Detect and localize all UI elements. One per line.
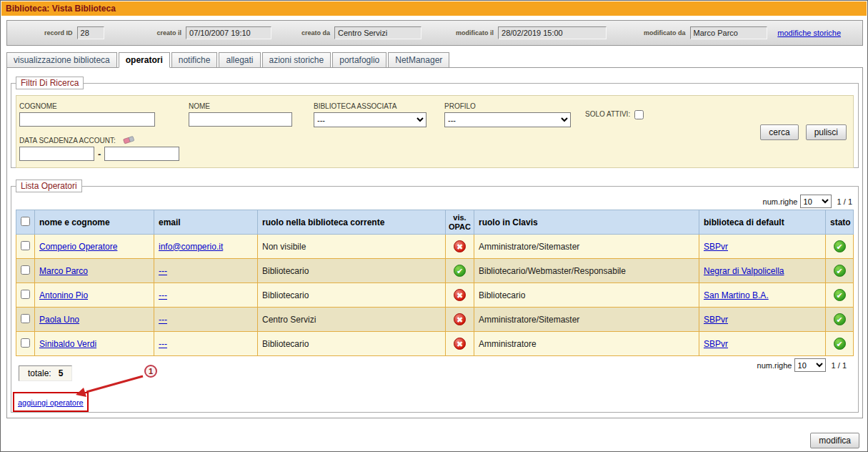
pulisci-button[interactable]: pulisci: [806, 124, 847, 140]
operator-role-current: Bibliotecario: [258, 332, 446, 356]
content-area: Filtri Di Ricerca COGNOME NOME BIBLIOTEC…: [6, 67, 863, 418]
nome-input[interactable]: [189, 112, 292, 127]
data-scadenza-to-input[interactable]: [104, 147, 179, 161]
opac-not-visible-icon: ✖: [454, 289, 466, 301]
modifiche-storiche-link[interactable]: modifiche storiche: [777, 29, 841, 37]
operator-row: Marco Parco---Bibliotecario✔Bibliotecari…: [16, 259, 854, 283]
operator-role-clavis: Amministratore/Sitemaster: [474, 308, 699, 332]
default-library-link[interactable]: SBPvr: [704, 315, 728, 325]
operator-name-link[interactable]: Marco Parco: [39, 266, 88, 276]
operators-header-row: nome e cognome email ruolo nella bibliot…: [16, 210, 854, 235]
record-field: modificato daMarco Parco: [644, 26, 767, 39]
record-field-value: Centro Servizi: [334, 26, 421, 39]
status-active-icon: ✔: [834, 313, 846, 325]
default-library-link[interactable]: SBPvr: [704, 242, 728, 252]
opac-not-visible-icon: ✖: [454, 338, 466, 350]
record-field: creato daCentro Servizi: [301, 26, 421, 39]
operator-name-link[interactable]: Antonino Pio: [39, 290, 88, 300]
biblioteca-associata-field: BIBLIOTECA ASSOCIATA ---: [314, 102, 426, 127]
tab-azioni-storiche[interactable]: azioni storiche: [262, 52, 331, 68]
page-indicator-bottom: 1 / 1: [832, 361, 847, 370]
default-library-link[interactable]: Negrar di Valpolicella: [704, 266, 784, 276]
tab-operatori[interactable]: operatori: [119, 52, 170, 68]
cognome-field: COGNOME: [19, 102, 155, 127]
opac-not-visible-icon: ✖: [454, 240, 466, 252]
profilo-select[interactable]: ---: [444, 112, 571, 127]
operator-email-link[interactable]: info@comperio.it: [159, 242, 223, 252]
row-checkbox[interactable]: [21, 265, 30, 275]
operator-name-link[interactable]: Sinibaldo Verdi: [39, 339, 96, 349]
col-stato: stato: [826, 210, 854, 235]
tab-bar: visualizzazione bibliotecaoperatorinotif…: [6, 52, 451, 68]
filter-panel: COGNOME NOME BIBLIOTECA ASSOCIATA --- PR…: [16, 95, 854, 168]
add-operator-row: aggiungi operatore: [13, 392, 858, 412]
default-library-link[interactable]: SBPvr: [704, 339, 728, 349]
row-checkbox[interactable]: [21, 241, 30, 250]
operator-row: Paola Uno---Centro Servizi✖Amministrator…: [16, 308, 854, 332]
pager-top: num.righe 10 1 / 1: [11, 195, 852, 208]
status-active-icon: ✔: [834, 338, 846, 350]
record-field-value: 28/02/2019 15:00: [498, 26, 607, 39]
tab-netmanager[interactable]: NetManager: [388, 52, 449, 68]
eraser-icon[interactable]: [123, 134, 135, 147]
nome-label: NOME: [189, 102, 292, 110]
record-field-label: modificato da: [644, 29, 686, 36]
operator-name-link[interactable]: Paola Uno: [39, 315, 79, 325]
data-scadenza-label: DATA SCADENZA ACCOUNT:: [19, 137, 116, 144]
status-active-icon: ✔: [834, 240, 846, 252]
totale-value: 5: [59, 368, 64, 378]
operator-email-link[interactable]: ---: [159, 339, 167, 349]
select-all-checkbox[interactable]: [21, 217, 30, 226]
data-scadenza-from-input[interactable]: [19, 147, 94, 161]
data-scadenza-range: -: [19, 147, 179, 161]
operator-role-clavis: Bibliotecario/Webmaster/Responsabile: [474, 259, 699, 283]
operator-role-clavis: Amministratore/Sitemaster: [474, 235, 699, 259]
aggiungi-operatore-link[interactable]: aggiungi operatore: [18, 398, 84, 407]
tab-notifiche[interactable]: notifiche: [171, 52, 218, 68]
biblioteca-associata-select[interactable]: ---: [314, 112, 426, 127]
default-library-link[interactable]: San Martino B.A.: [704, 290, 769, 300]
operator-email-link[interactable]: ---: [159, 266, 167, 276]
col-email: email: [154, 210, 258, 235]
profilo-field: PROFILO ---: [444, 102, 571, 127]
operator-role-current: Bibliotecario: [258, 283, 446, 308]
operator-role-clavis: Amministratore: [474, 332, 699, 356]
opac-not-visible-icon: ✖: [454, 313, 466, 325]
record-field-label: creato il: [157, 29, 182, 36]
operators-table: nome e cognome email ruolo nella bibliot…: [16, 210, 854, 356]
row-checkbox[interactable]: [21, 338, 30, 348]
cognome-input[interactable]: [19, 112, 155, 127]
operator-name-link[interactable]: Comperio Operatore: [39, 242, 117, 252]
tab-visualizzazione-biblioteca[interactable]: visualizzazione biblioteca: [6, 52, 117, 68]
cerca-button[interactable]: cerca: [760, 124, 798, 140]
operator-role-current: Non visibile: [258, 235, 446, 259]
biblioteca-associata-label: BIBLIOTECA ASSOCIATA: [314, 102, 426, 110]
modifica-button[interactable]: modifica: [810, 433, 859, 448]
tab-portafoglio[interactable]: portafoglio: [332, 52, 386, 68]
add-operator-highlight-box: aggiungi operatore: [13, 392, 89, 412]
row-checkbox[interactable]: [21, 314, 30, 323]
num-righe-select-bottom[interactable]: 10: [794, 358, 826, 372]
operator-role-clavis: Bibliotecario: [474, 283, 699, 308]
num-righe-label-bottom: num.righe: [757, 361, 792, 370]
tab-allegati[interactable]: allegati: [219, 52, 260, 68]
totale-label: totale:: [28, 368, 51, 378]
page-indicator-top: 1 / 1: [837, 197, 852, 206]
record-field: creato il07/10/2007 19:10: [157, 26, 272, 39]
operator-email-link[interactable]: ---: [159, 290, 167, 300]
annotation-circled-1: 1: [144, 365, 157, 378]
solo-attivi-checkbox[interactable]: [634, 110, 644, 119]
operator-row: Comperio Operatoreinfo@comperio.itNon vi…: [16, 235, 854, 259]
record-field-label: creato da: [301, 29, 330, 36]
record-field-label: modificato il: [456, 29, 494, 36]
solo-attivi-field: SOLO ATTIVI:: [585, 110, 644, 119]
num-righe-select-top[interactable]: 10: [800, 195, 832, 208]
record-field-value: 07/10/2007 19:10: [186, 26, 271, 39]
operator-email-link[interactable]: ---: [159, 315, 167, 325]
operator-role-current: Bibliotecario: [258, 259, 446, 283]
record-field-label: record ID: [44, 29, 73, 36]
row-checkbox[interactable]: [21, 290, 30, 299]
col-ruolo-biblioteca: ruolo nella biblioteca corrente: [258, 210, 446, 235]
record-header: record ID28creato il07/10/2007 19:10crea…: [6, 20, 863, 46]
col-biblioteca-default: biblioteca di default: [699, 210, 826, 235]
